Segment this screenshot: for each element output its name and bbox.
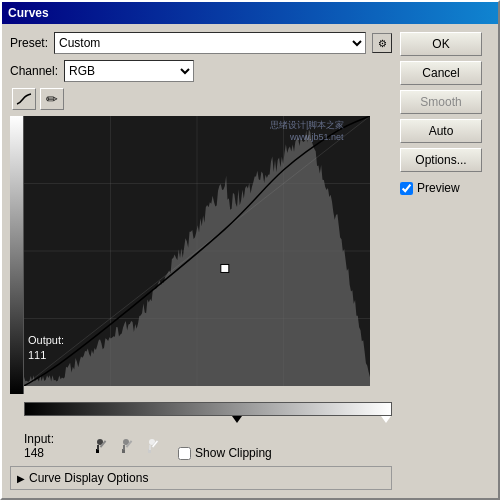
curves-dialog: Curves Preset: Custom ⚙ Channel: RGB Red…	[0, 0, 500, 500]
ok-button[interactable]: OK	[400, 32, 482, 56]
input-display: Input: 148	[24, 432, 54, 460]
preview-row: Preview	[400, 181, 490, 195]
curve-display-label: Curve Display Options	[29, 471, 148, 485]
expand-icon: ▶	[17, 473, 25, 484]
curves-canvas-area[interactable]	[24, 116, 392, 394]
preview-checkbox[interactable]	[400, 182, 413, 195]
window-title: Curves	[8, 6, 492, 20]
svg-rect-1	[97, 445, 99, 450]
show-clipping-checkbox[interactable]	[178, 447, 191, 460]
show-clipping-label: Show Clipping	[195, 446, 272, 460]
input-value: 148	[24, 446, 54, 460]
cancel-button[interactable]: Cancel	[400, 61, 482, 85]
left-panel: Preset: Custom ⚙ Channel: RGB Red Green …	[10, 32, 392, 490]
input-label: Input:	[24, 432, 54, 446]
channel-label: Channel:	[10, 64, 58, 78]
black-point-eyedropper-button[interactable]	[92, 437, 114, 460]
show-clipping-row: Show Clipping	[178, 446, 272, 460]
input-marker	[232, 416, 242, 423]
highlight-marker	[381, 416, 391, 423]
right-panel: OK Cancel Smooth Auto Options... Preview	[400, 32, 490, 490]
preset-settings-button[interactable]: ⚙	[372, 33, 392, 53]
curve-point-tool-button[interactable]	[12, 88, 36, 110]
svg-rect-5	[123, 445, 125, 450]
auto-button[interactable]: Auto	[400, 119, 482, 143]
preview-label: Preview	[417, 181, 460, 195]
tools-row: ✏	[12, 88, 392, 110]
eyedropper-row	[92, 437, 166, 460]
title-bar: Curves	[2, 2, 498, 24]
preset-row: Preset: Custom ⚙	[10, 32, 392, 54]
smooth-button[interactable]: Smooth	[400, 90, 482, 114]
pencil-tool-button[interactable]: ✏	[40, 88, 64, 110]
input-label-area: Input: 148	[24, 432, 392, 460]
gradient-bar-vertical	[10, 116, 24, 394]
gray-point-eyedropper-button[interactable]	[118, 437, 140, 460]
curves-canvas[interactable]	[24, 116, 370, 386]
preset-select[interactable]: Custom	[54, 32, 366, 54]
gradient-bar-horizontal	[24, 402, 392, 416]
svg-rect-9	[149, 445, 151, 450]
canvas-wrapper: Output: 111	[10, 116, 392, 394]
white-point-eyedropper-button[interactable]	[144, 437, 166, 460]
channel-row: Channel: RGB Red Green Blue	[10, 60, 392, 82]
curve-display-options-row[interactable]: ▶ Curve Display Options	[10, 466, 392, 490]
options-button[interactable]: Options...	[400, 148, 482, 172]
preset-label: Preset:	[10, 36, 48, 50]
channel-select[interactable]: RGB Red Green Blue	[64, 60, 194, 82]
